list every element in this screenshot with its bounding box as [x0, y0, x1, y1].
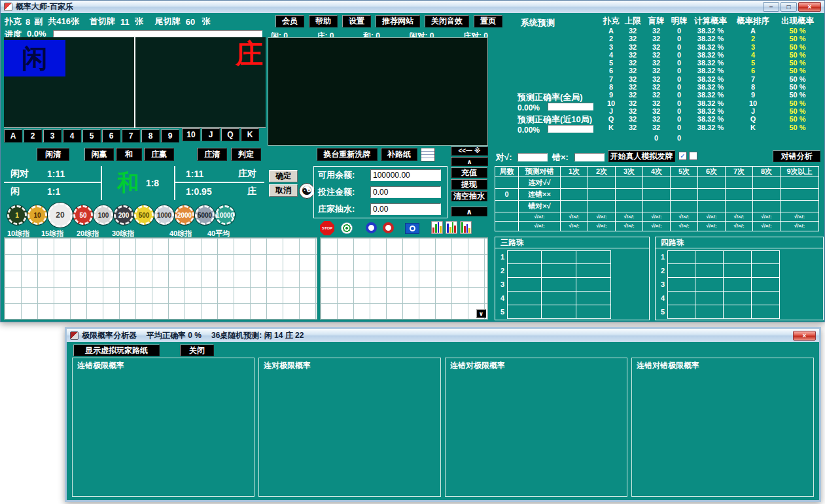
card-button[interactable]: A [4, 129, 22, 143]
sim-checkbox-empty[interactable] [689, 152, 697, 160]
stats-blind: 32 [644, 51, 668, 59]
bead-cell [667, 278, 695, 292]
clear-rake-button[interactable]: 清空抽水 [451, 191, 487, 201]
head-cut-label: 首切牌 [90, 16, 115, 27]
card-button[interactable]: 6 [102, 129, 120, 143]
menu-button[interactable]: 推荐网站 [376, 15, 420, 27]
bead-row-label: 1 [498, 250, 507, 264]
grid-collapse-button[interactable]: ∨ [476, 309, 486, 318]
close-button[interactable]: × [798, 2, 821, 12]
analyzer-close-button[interactable]: × [793, 331, 816, 341]
chart-icon-2[interactable] [446, 221, 457, 234]
action-button[interactable]: 闲赢 [84, 148, 114, 161]
confirm-button[interactable]: 确定 [269, 170, 298, 182]
stats-open: 0 [668, 51, 690, 59]
result-footer-cell: √/×/: [671, 212, 698, 222]
betting-chip[interactable]: 1000 [154, 205, 174, 225]
stats-occur: 50 % [775, 91, 820, 99]
betting-chip[interactable]: 1 [7, 205, 27, 225]
sim-start-button[interactable]: 开始真人模拟发牌 [608, 150, 675, 162]
card-button[interactable]: J [202, 128, 220, 141]
recharge-button[interactable]: 充值 [451, 167, 487, 178]
notebook-icon[interactable] [421, 148, 435, 161]
banker-ring-icon[interactable] [383, 222, 394, 233]
target-icon[interactable] [341, 222, 353, 234]
action-button[interactable]: 和 [116, 148, 142, 161]
bead-cell [667, 292, 695, 305]
result-footer-cell: √/×/: [781, 222, 818, 231]
accuracy-global-label: 预测正确率(全局) [518, 92, 583, 103]
card-button[interactable]: 4 [63, 129, 81, 143]
stats-sort: K [731, 124, 775, 131]
analyzer-titlebar[interactable]: 极限概率分析器 平均正确率 0 % 36桌随机预测: 闲 14 庄 22 × [67, 329, 819, 342]
bead-row: 5 [498, 305, 649, 319]
wrong-count-input[interactable] [574, 153, 605, 161]
stats-limit: 32 [621, 115, 644, 123]
collapse-bottom-button[interactable]: ∧ [451, 207, 487, 216]
card-button[interactable]: 8 [141, 129, 160, 143]
bead-cell [576, 250, 611, 264]
bead-cell [576, 264, 611, 278]
menu-button[interactable]: 会员 [275, 15, 304, 27]
main-titlebar[interactable]: 概率大师-百家乐 – □ × [1, 1, 824, 13]
card-button[interactable]: 9 [161, 129, 179, 143]
betting-chip[interactable]: 200 [114, 205, 133, 225]
maximize-button[interactable]: □ [781, 2, 797, 12]
betting-chip[interactable]: 100 [94, 205, 113, 225]
bead-table-four: 四路珠 1 2 [655, 237, 824, 320]
stats-open: 0 [668, 99, 690, 107]
menu-button[interactable]: 关闭音效 [425, 15, 469, 27]
card-button[interactable]: 2 [24, 129, 42, 143]
minimize-button[interactable]: – [763, 2, 779, 12]
withdraw-button[interactable]: 提现 [451, 179, 487, 190]
camera-icon[interactable] [405, 223, 419, 234]
betting-chip[interactable]: 2000 [175, 205, 194, 225]
tail-cut-unit: 张 [202, 16, 210, 27]
menu-button[interactable]: 设置 [342, 15, 371, 27]
collapse-top-button[interactable]: <<一 ※ [451, 146, 488, 156]
card-button[interactable]: 3 [43, 129, 61, 143]
yinyang-icon[interactable]: ☯ [299, 183, 315, 199]
card-button[interactable]: Q [221, 128, 239, 141]
stop-icon[interactable]: STOP [320, 221, 334, 235]
show-virtual-players-button[interactable]: 显示虚拟玩家路纸 [73, 344, 160, 356]
betting-chip[interactable]: 20 [48, 203, 73, 227]
menu-button[interactable]: 帮助 [309, 15, 338, 27]
menu-button[interactable]: 置页 [474, 15, 502, 27]
result-header-cell: 3次 [616, 167, 643, 177]
betting-chip[interactable]: 5000 [195, 205, 215, 225]
card-button[interactable]: 10 [182, 128, 200, 141]
action-button[interactable]: 判定 [231, 148, 261, 161]
betting-chip[interactable]: 50 [73, 205, 93, 225]
stats-prob: 38.32 % [690, 43, 731, 51]
rake-input[interactable] [370, 203, 441, 215]
reshuffle-button[interactable]: 换台重新洗牌 [317, 148, 377, 161]
cancel-button[interactable]: 取消 [269, 184, 298, 197]
balance-input[interactable] [370, 169, 441, 181]
stats-open: 0 [668, 35, 690, 42]
card-button[interactable]: K [241, 128, 259, 141]
stats-blind: 32 [644, 124, 668, 131]
action-button[interactable]: 庄清 [197, 148, 227, 161]
player-ring-icon[interactable] [366, 222, 377, 233]
bead-row-label: 4 [658, 292, 667, 305]
result-footer-row-2: √/×/:√/×/:√/×/:√/×/:√/×/:√/×/:√/×/:√/×/:… [495, 222, 818, 231]
road-paper-button[interactable]: 补路纸 [381, 148, 417, 161]
sim-checkbox-checked[interactable]: ✓ [678, 152, 687, 160]
action-button[interactable]: 闲清 [37, 148, 69, 161]
action-button[interactable]: 庄赢 [144, 148, 174, 161]
betting-chip[interactable]: 10000 [215, 205, 235, 225]
right-count-input[interactable] [518, 153, 548, 161]
analyzer-close-panel-button[interactable]: 关闭 [180, 344, 214, 356]
chart-icon-3[interactable] [460, 221, 472, 234]
collapse-mid-button[interactable]: ∧ [451, 157, 488, 166]
chart-icon-1[interactable] [431, 221, 443, 234]
betting-chip[interactable]: 500 [134, 205, 154, 225]
card-button[interactable]: 7 [122, 129, 140, 143]
analysis-button[interactable]: 对错分析 [773, 150, 820, 162]
stats-header-cell: 概率排序 [731, 16, 775, 27]
bet-input[interactable] [370, 186, 441, 198]
card-button[interactable]: 5 [82, 129, 101, 143]
bead-row-label: 3 [498, 278, 507, 292]
betting-chip[interactable]: 10 [27, 205, 47, 225]
